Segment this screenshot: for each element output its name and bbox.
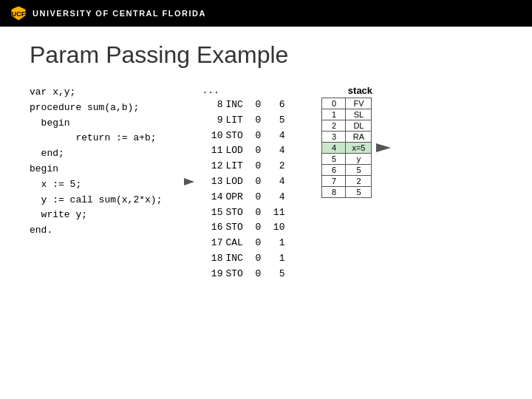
instruction-number: 17 <box>202 236 222 251</box>
stack-index: 7 <box>322 176 346 187</box>
instruction-row: 16STO010 <box>184 220 284 236</box>
instruction-number: 12 <box>202 159 222 174</box>
instruction-a: 1 <box>267 251 284 267</box>
instruction-a: 5 <box>267 267 284 282</box>
code-line: procedure sum(a,b); <box>30 100 162 116</box>
svg-marker-3 <box>376 143 391 152</box>
stack-index: 2 <box>322 120 346 132</box>
instruction-opcode: LIT <box>225 159 252 174</box>
instruction-a: 4 <box>267 174 284 190</box>
instruction-row: 18INC01 <box>184 251 284 267</box>
instructions-table: 8INC069LIT0510STO0411LOD0412LIT0213LOD04… <box>184 98 284 282</box>
instruction-a: 5 <box>267 113 284 129</box>
instruction-opcode: LIT <box>225 113 252 129</box>
instructions-area: ... 8INC069LIT0510STO0411LOD0412LIT0213L… <box>184 85 284 282</box>
instruction-row: 10STO04 <box>184 129 284 144</box>
instruction-d: 0 <box>255 143 264 159</box>
stack-value: 5 <box>346 165 372 176</box>
instruction-row: 19STO05 <box>184 267 284 282</box>
instruction-number: 8 <box>202 98 222 113</box>
stack-wrapper: 0FV1SL2DL3RA4x=55y657285 <box>321 98 398 198</box>
stack-row: 72 <box>322 176 372 187</box>
instruction-arrow-indicator <box>184 177 199 187</box>
instruction-opcode: STO <box>225 205 252 221</box>
instruction-number: 19 <box>202 267 222 282</box>
instruction-a: 11 <box>267 205 284 221</box>
instruction-d: 0 <box>255 98 264 113</box>
instruction-a: 4 <box>267 143 284 159</box>
stack-index: 6 <box>322 165 346 176</box>
code-line: end. <box>30 223 162 239</box>
stack-value: DL <box>346 120 372 132</box>
instruction-a: 1 <box>267 236 284 251</box>
instruction-opcode: OPR <box>225 190 252 205</box>
instruction-opcode: CAL <box>225 236 252 251</box>
stack-value: RA <box>346 132 372 143</box>
instruction-number: 15 <box>202 205 222 221</box>
code-line: var x,y; <box>30 85 162 100</box>
instruction-d: 0 <box>255 129 264 144</box>
instruction-d: 0 <box>255 220 264 236</box>
stack-row: 4x=5 <box>322 143 372 154</box>
stack-pointer-arrow-icon <box>376 140 398 156</box>
stack-value: 5 <box>346 187 372 198</box>
code-line: x := 5; <box>30 177 162 193</box>
code-line: write y; <box>30 208 162 223</box>
instruction-opcode: INC <box>225 98 252 113</box>
stack-index: 5 <box>322 154 346 165</box>
stack-index: 1 <box>322 109 346 120</box>
stack-value: SL <box>346 109 372 120</box>
stack-row: 65 <box>322 165 372 176</box>
instruction-number: 9 <box>202 113 222 129</box>
stack-area: stack 0FV1SL2DL3RA4x=55y657285 <box>321 85 398 198</box>
instruction-opcode: INC <box>225 251 252 267</box>
current-instruction-arrow-icon <box>184 177 197 187</box>
instruction-number: 14 <box>202 190 222 205</box>
instruction-row: 11LOD04 <box>184 143 284 159</box>
university-name: UNIVERSITY OF CENTRAL FLORIDA <box>33 9 206 18</box>
instruction-row: 17CAL01 <box>184 236 284 251</box>
stack-index: 8 <box>322 187 346 198</box>
instruction-d: 0 <box>255 251 264 267</box>
code-block: var x,y;procedure sum(a,b); begin return… <box>30 85 162 239</box>
instruction-number: 11 <box>202 143 222 159</box>
stack-value: 2 <box>346 176 372 187</box>
instruction-a: 4 <box>267 190 284 205</box>
stack-row: 2DL <box>322 120 372 132</box>
stack-row: 3RA <box>322 132 372 143</box>
svg-text:UCF: UCF <box>12 10 26 18</box>
instruction-a: 4 <box>267 129 284 144</box>
instruction-d: 0 <box>255 267 264 282</box>
instruction-number: 16 <box>202 220 222 236</box>
instruction-d: 0 <box>255 174 264 190</box>
instruction-opcode: STO <box>225 129 252 144</box>
stack-row: 85 <box>322 187 372 198</box>
instruction-d: 0 <box>255 236 264 251</box>
instruction-opcode: STO <box>225 220 252 236</box>
stack-index: 3 <box>322 132 346 143</box>
instruction-row: 9LIT05 <box>184 113 284 129</box>
instruction-a: 6 <box>267 98 284 113</box>
stack-arrow-container <box>376 140 398 156</box>
stack-row: 1SL <box>322 109 372 120</box>
instruction-number: 18 <box>202 251 222 267</box>
header-bar: UCF UNIVERSITY OF CENTRAL FLORIDA <box>0 0 532 27</box>
content-area: var x,y;procedure sum(a,b); begin return… <box>30 85 502 282</box>
ucf-logo: UCF UNIVERSITY OF CENTRAL FLORIDA <box>10 5 206 21</box>
instruction-opcode: LOD <box>225 143 252 159</box>
instruction-number: 10 <box>202 129 222 144</box>
instruction-d: 0 <box>255 190 264 205</box>
instruction-d: 0 <box>255 159 264 174</box>
instruction-row: 12LIT02 <box>184 159 284 174</box>
instruction-d: 0 <box>255 205 264 221</box>
instruction-opcode: LOD <box>225 174 252 190</box>
stack-row: 5y <box>322 154 372 165</box>
page-title: Param Passing Example <box>30 41 502 69</box>
stack-value: x=5 <box>346 143 372 154</box>
code-line: begin <box>30 116 162 132</box>
instruction-number: 13 <box>202 174 222 190</box>
stack-table: 0FV1SL2DL3RA4x=55y657285 <box>321 98 372 198</box>
stack-value: FV <box>346 98 372 109</box>
stack-value: y <box>346 154 372 165</box>
svg-marker-2 <box>184 178 194 185</box>
